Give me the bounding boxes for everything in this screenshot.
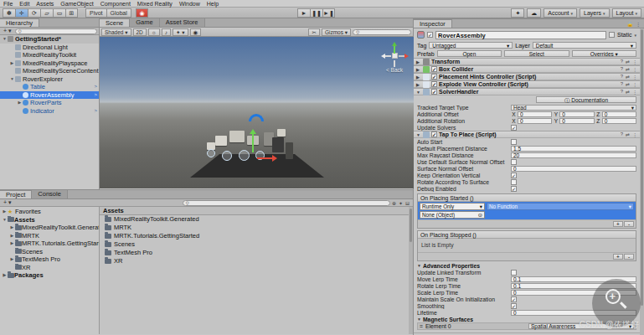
menu-edit[interactable]: Edit	[19, 1, 29, 7]
tree-item-packages[interactable]: ▶Packages	[0, 271, 99, 280]
layers-dropdown[interactable]: Layers ▾	[580, 8, 609, 18]
help-icon[interactable]: ?	[621, 66, 623, 72]
tag-dropdown[interactable]: Untagged▾	[429, 42, 513, 49]
foldout-icon[interactable]: ▼	[2, 216, 8, 224]
foldout-icon[interactable]: ▶	[9, 240, 15, 248]
rect-tool-icon[interactable]: ▭	[53, 8, 65, 18]
prefab-overrides-dropdown[interactable]: Overrides ▾	[572, 50, 636, 57]
tab-scene-game[interactable]: Game	[130, 18, 159, 27]
property-checkbox[interactable]: ✓	[511, 125, 517, 131]
foldout-icon[interactable]: ▶	[416, 82, 421, 87]
tab-scene-scene[interactable]: Scene	[100, 18, 130, 27]
kebab-menu-icon[interactable]: ⋮	[632, 66, 637, 72]
tree-item-roverparts[interactable]: ▶RoverParts	[0, 99, 99, 107]
project-scrollbar[interactable]	[409, 207, 413, 334]
vector-field-z[interactable]: 0	[602, 118, 636, 124]
services-icon[interactable]: ✦	[511, 8, 524, 18]
prefab-open-button[interactable]: Open	[437, 50, 502, 57]
step-button[interactable]: ►❚	[322, 8, 335, 18]
tab-hierarchy[interactable]: Hierarchy	[0, 18, 39, 27]
foldout-icon[interactable]: ▶	[9, 255, 15, 264]
move-tool-icon[interactable]: ✛	[15, 8, 28, 18]
tree-item-mrtk-tutorials-gettingstarted[interactable]: ▶MRTK.Tutorials.GettingStarted	[0, 240, 99, 248]
2d-toggle[interactable]: 2D	[133, 28, 147, 36]
property-checkbox[interactable]: ✓	[511, 186, 517, 192]
component-header-placement-hints-controller-script-[interactable]: ▶✓Placement Hints Controller (Script)?⇄⋮	[414, 73, 640, 80]
project-create-button[interactable]: + ▾	[2, 199, 13, 206]
tree-item-mrtk[interactable]: ▶MRTK	[0, 232, 99, 240]
kebab-menu-icon[interactable]: ⋮	[632, 89, 637, 95]
kebab-menu-icon[interactable]: ⋮	[632, 81, 637, 87]
help-icon[interactable]: ?	[621, 74, 623, 80]
documentation-button[interactable]: ⓘ Documentation	[536, 96, 636, 103]
menu-window[interactable]: Window	[179, 1, 200, 7]
kebab-menu-icon[interactable]: ⋮	[636, 21, 641, 27]
event-remove-button[interactable]: -	[624, 254, 634, 260]
component-enabled-checkbox[interactable]: ✓	[431, 81, 437, 87]
hand-tool-icon[interactable]: ✽	[3, 8, 15, 18]
property-field[interactable]: 0	[511, 166, 636, 172]
foldout-icon[interactable]: ▼	[2, 35, 8, 44]
play-button[interactable]: ►	[297, 8, 310, 18]
asset-folder-textmesh-pro[interactable]: TextMesh Pro	[100, 249, 413, 257]
foldout-icon[interactable]: ▶	[9, 224, 15, 232]
component-enabled-checkbox[interactable]: ✓	[431, 74, 437, 80]
shaded-dropdown[interactable]: Shaded ▾	[101, 28, 131, 36]
event-remove-button[interactable]: -	[624, 221, 634, 227]
vector-field-y[interactable]: 0	[559, 118, 594, 124]
layout-dropdown[interactable]: Layout ▾	[612, 8, 642, 18]
menu-file[interactable]: File	[3, 1, 13, 7]
object-name-field[interactable]: RoverAssembly	[435, 31, 606, 39]
collab-icon[interactable]: ◉	[136, 8, 148, 18]
tree-item-mixedrealityscenecontent[interactable]: MixedRealitySceneContent	[0, 67, 99, 75]
hierarchy-search-input[interactable]: ⚲	[15, 28, 97, 34]
asset-folder-xr[interactable]: XR	[100, 257, 413, 265]
taptoplace-enabled-checkbox[interactable]: ✓	[431, 131, 437, 137]
tree-item-mixedrealitytoolkit-generated[interactable]: ▶MixedRealityToolkit.Generated	[0, 224, 99, 232]
kebab-menu-icon[interactable]: ⋮	[632, 74, 637, 80]
tree-item-textmesh-pro[interactable]: ▶TextMesh Pro	[0, 255, 99, 264]
tree-item-mixedrealitytoolkit[interactable]: MixedRealityToolkit	[0, 51, 99, 59]
vector-field-y[interactable]: 0	[559, 111, 594, 117]
property-dropdown[interactable]: Head▾	[511, 105, 636, 111]
scene-viewport[interactable]: < Back	[100, 37, 414, 188]
foldout-icon[interactable]: ▶	[9, 59, 15, 68]
menu-gameobject[interactable]: GameObject	[60, 1, 93, 7]
advanced-properties-foldout[interactable]: ▼Advanced Properties	[414, 262, 640, 269]
tree-item-roverexplorer[interactable]: ▼RoverExplorer	[0, 75, 99, 84]
menu-component[interactable]: Component	[100, 1, 131, 7]
presets-icon[interactable]: ⇄	[626, 59, 630, 64]
presets-icon[interactable]: ⇄	[626, 89, 630, 95]
transform-tool-icon[interactable]: ⊞	[65, 8, 78, 18]
lighting-toggle-icon[interactable]: ☼	[148, 28, 160, 36]
project-search-input[interactable]: ⚲	[183, 200, 390, 206]
presets-icon[interactable]: ⇄	[626, 66, 630, 72]
presets-icon[interactable]: ⇄	[626, 81, 630, 87]
layer-dropdown[interactable]: Default▾	[533, 42, 636, 49]
gizmo-y-axis[interactable]	[252, 131, 254, 152]
event-mode-dropdown[interactable]: Runtime Only▾	[420, 203, 485, 210]
pivot-toggle[interactable]: Pivot	[85, 8, 106, 18]
account-dropdown[interactable]: Account ▾	[544, 8, 577, 18]
kebab-menu-icon[interactable]: ⋮	[632, 131, 637, 137]
static-checkbox[interactable]	[609, 32, 615, 38]
event-entry-selected[interactable]: Runtime Only▾ No Function▾ None (Object)…	[418, 202, 636, 219]
property-checkbox[interactable]: ✓	[511, 173, 517, 178]
open-asset-icon[interactable]: ⊕	[392, 200, 396, 206]
asset-folder-mrtk-tutorials-gettingstarted[interactable]: MRTK.Tutorials.GettingStarted	[100, 232, 413, 240]
tree-item-table[interactable]: Table>	[0, 83, 99, 91]
tree-item-xr[interactable]: XR	[0, 264, 99, 272]
tools-icon[interactable]: ✂	[308, 28, 319, 36]
prefab-arrow-icon[interactable]: >	[94, 91, 97, 100]
foldout-icon[interactable]: ▶	[416, 67, 421, 72]
gizmo-back-label[interactable]: < Back	[373, 67, 414, 73]
tab-inspector[interactable]: Inspector	[414, 19, 452, 28]
component-header-explode-view-controller-script-[interactable]: ▶✓Explode View Controller (Script)?⇄⋮	[414, 80, 640, 88]
hierarchy-create-button[interactable]: + ▾	[2, 28, 13, 34]
event-add-button[interactable]: +	[613, 254, 623, 260]
foldout-icon[interactable]: ▼	[9, 75, 15, 84]
property-checkbox[interactable]	[511, 159, 517, 165]
tree-item-assets[interactable]: ▼Assets	[0, 216, 99, 224]
tree-item-mixedrealityplayspace[interactable]: ▶MixedRealityPlayspace	[0, 59, 99, 68]
menu-mixed-reality[interactable]: Mixed Reality	[137, 1, 173, 7]
